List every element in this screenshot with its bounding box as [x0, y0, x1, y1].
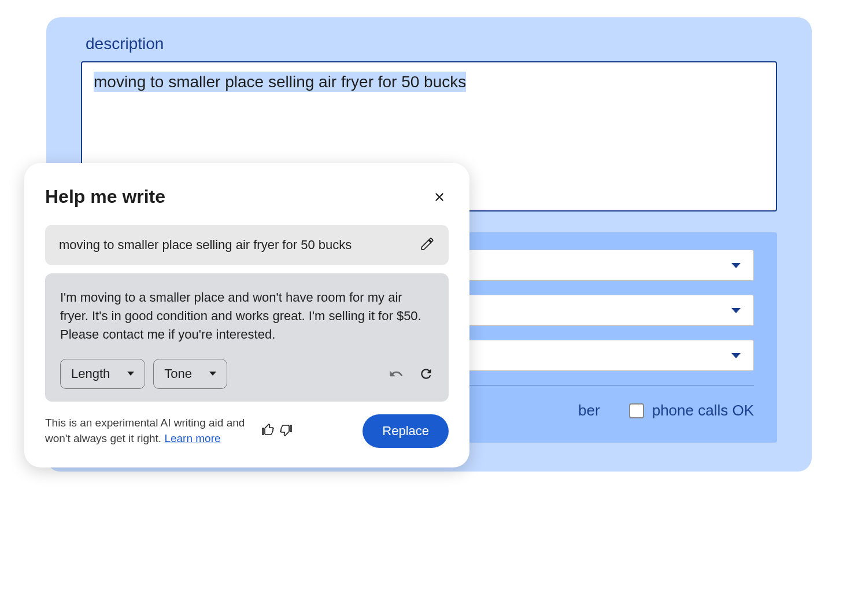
prompt-box: moving to smaller place selling air frye… — [45, 225, 449, 265]
modal-title: Help me write — [45, 186, 165, 207]
thumbs-up-icon — [261, 423, 275, 437]
help-me-write-modal: Help me write moving to smaller place se… — [24, 163, 469, 467]
disclaimer-text: This is an experimental AI writing aid a… — [45, 415, 253, 446]
tone-dropdown[interactable]: Tone — [153, 359, 227, 389]
checkbox-phone-calls[interactable] — [629, 403, 644, 418]
pencil-icon — [420, 236, 435, 251]
undo-button[interactable] — [389, 366, 404, 381]
undo-icon — [389, 366, 404, 381]
thumbs-down-icon — [279, 423, 293, 437]
close-icon — [432, 190, 446, 204]
partial-text: ber — [578, 402, 600, 420]
refresh-icon — [419, 366, 434, 381]
close-button[interactable] — [430, 188, 449, 206]
chevron-down-icon — [731, 308, 741, 313]
replace-button[interactable]: Replace — [363, 414, 449, 448]
tone-label: Tone — [164, 366, 192, 381]
learn-more-link[interactable]: Learn more — [164, 432, 220, 444]
suggestion-box: I'm moving to a smaller place and won't … — [45, 273, 449, 402]
length-dropdown[interactable]: Length — [60, 359, 145, 389]
chevron-down-icon — [731, 353, 741, 358]
edit-prompt-button[interactable] — [420, 236, 435, 254]
chevron-down-icon — [209, 372, 216, 376]
description-text-selected: moving to smaller place selling air frye… — [94, 72, 466, 92]
chevron-down-icon — [127, 372, 134, 376]
description-label: description — [86, 35, 777, 53]
length-label: Length — [71, 366, 110, 381]
checkbox-label: phone calls OK — [652, 402, 754, 420]
prompt-text: moving to smaller place selling air frye… — [59, 238, 352, 253]
regenerate-button[interactable] — [419, 366, 434, 381]
suggestion-text: I'm moving to a smaller place and won't … — [60, 288, 434, 344]
thumbs-down-button[interactable] — [279, 423, 293, 439]
phone-calls-checkbox-group[interactable]: phone calls OK — [629, 402, 754, 420]
chevron-down-icon — [731, 263, 741, 268]
thumbs-up-button[interactable] — [261, 423, 275, 439]
